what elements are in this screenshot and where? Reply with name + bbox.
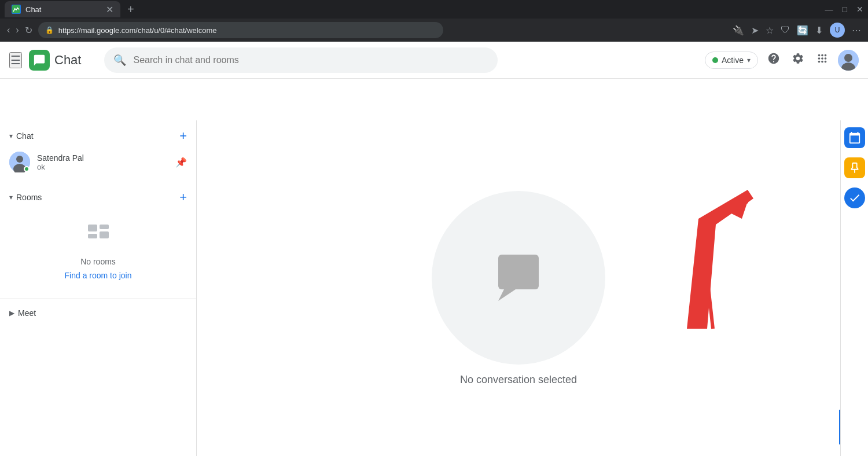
- window-controls: — □ ✕: [825, 5, 863, 14]
- svg-point-2: [844, 54, 852, 62]
- new-room-button[interactable]: +: [179, 191, 187, 204]
- active-status-button[interactable]: Active ▾: [705, 52, 758, 69]
- rooms-section-label: Rooms: [16, 193, 42, 202]
- chat-section: ▾ Chat + Satendra Pa: [0, 120, 196, 182]
- svg-marker-13: [730, 201, 748, 219]
- svg-point-5: [16, 156, 23, 163]
- no-rooms-text: No rooms: [80, 257, 116, 266]
- close-button[interactable]: ✕: [856, 5, 863, 14]
- rooms-section-label-group: ▾ Rooms: [9, 193, 42, 202]
- main-wrapper: ▾ Chat + Satendra Pa: [0, 120, 868, 456]
- refresh-button[interactable]: ↻: [25, 25, 32, 36]
- chat-section-header[interactable]: ▾ Chat +: [0, 125, 196, 147]
- address-bar: ‹ › ↻ 🔒 https://mail.google.com/chat/u/0…: [0, 19, 868, 42]
- lock-icon: 🔒: [45, 26, 54, 34]
- send-icon[interactable]: ➤: [751, 25, 759, 36]
- keep-panel-icon[interactable]: [844, 157, 865, 178]
- app-topbar: ☰ Chat 🔍 Active ▾: [0, 42, 868, 79]
- search-bar[interactable]: 🔍: [104, 47, 498, 73]
- contact-avatar: [9, 152, 30, 172]
- svg-rect-9: [100, 225, 109, 229]
- chat-chevron-icon: ▾: [9, 132, 13, 140]
- minimize-button[interactable]: —: [825, 5, 833, 14]
- browser-toolbar-icons: 🔌 ➤ ☆ 🛡 🔄 ⬇ U ⋯: [733, 23, 861, 38]
- rooms-empty-icon: [86, 222, 111, 252]
- search-icon: 🔍: [113, 54, 126, 67]
- find-room-link[interactable]: Find a room to join: [65, 271, 132, 280]
- rooms-section: ▾ Rooms + No rooms Fi: [0, 182, 196, 299]
- rooms-chevron-icon: ▾: [9, 193, 13, 201]
- meet-section-header[interactable]: ▶ Meet: [0, 304, 196, 322]
- extensions-icon[interactable]: 🔌: [733, 25, 744, 36]
- app-layout: ☰ Chat 🔍 Active ▾: [0, 42, 868, 456]
- chat-section-label: Chat: [16, 131, 34, 141]
- online-status-badge: [24, 166, 30, 172]
- sync-icon[interactable]: 🔄: [797, 25, 808, 36]
- download-icon[interactable]: ⬇: [815, 25, 823, 36]
- tab-title: Chat: [25, 5, 101, 14]
- rooms-section-header[interactable]: ▾ Rooms +: [0, 186, 196, 208]
- menu-icon[interactable]: ⋯: [852, 25, 861, 36]
- help-button[interactable]: [765, 50, 782, 70]
- browser-tab[interactable]: Chat ✕: [5, 1, 120, 17]
- maximize-button[interactable]: □: [843, 5, 847, 14]
- topbar-right-actions: Active ▾: [705, 50, 859, 71]
- active-chevron-icon: ▾: [747, 56, 751, 64]
- svg-marker-14: [687, 190, 753, 329]
- hamburger-menu-button[interactable]: ☰: [9, 52, 22, 68]
- tab-favicon-icon: [12, 5, 21, 14]
- svg-rect-10: [100, 231, 109, 238]
- contact-name: Satendra Pal: [37, 153, 168, 163]
- svg-rect-7: [88, 225, 97, 231]
- user-avatar[interactable]: [838, 50, 859, 71]
- svg-marker-12: [498, 289, 516, 301]
- no-rooms-content: No rooms Find a room to join: [0, 208, 196, 294]
- sidebar: ▾ Chat + Satendra Pa: [0, 120, 197, 456]
- no-conversation-text: No conversation selected: [460, 374, 577, 386]
- new-tab-button[interactable]: +: [127, 3, 134, 16]
- meet-chevron-icon: ▶: [9, 309, 14, 317]
- star-icon[interactable]: ☆: [766, 25, 774, 36]
- arrow-annotation: [609, 167, 771, 343]
- active-status-label: Active: [722, 56, 744, 65]
- settings-button[interactable]: [789, 50, 807, 70]
- meet-section: ▶ Meet: [0, 299, 196, 327]
- tab-close-button[interactable]: ✕: [106, 4, 113, 15]
- forward-button[interactable]: ›: [16, 25, 19, 35]
- chat-app-logo-icon: [29, 50, 50, 71]
- apps-button[interactable]: [814, 50, 831, 70]
- url-text: https://mail.google.com/chat/u/0/#chat/w…: [58, 26, 436, 35]
- right-panel: [840, 120, 868, 456]
- main-content-area: No conversation selected: [197, 120, 840, 456]
- tasks-panel-icon[interactable]: [844, 187, 865, 208]
- back-button[interactable]: ‹: [7, 25, 10, 35]
- meet-section-label: Meet: [18, 308, 36, 318]
- calendar-panel-icon[interactable]: [844, 127, 865, 148]
- chat-list-item[interactable]: Satendra Pal ok 📌: [0, 147, 196, 177]
- browser-profile-avatar[interactable]: U: [830, 23, 845, 38]
- contact-info: Satendra Pal ok: [37, 153, 168, 171]
- new-chat-button[interactable]: +: [179, 130, 187, 142]
- chat-preview: ok: [37, 163, 168, 171]
- shield-icon[interactable]: 🛡: [781, 25, 790, 35]
- svg-rect-8: [88, 234, 97, 238]
- vertical-scroll-indicator: [839, 410, 840, 444]
- empty-state-illustration: [432, 191, 605, 365]
- no-conversation-panel: No conversation selected: [432, 191, 605, 386]
- search-input[interactable]: [133, 55, 488, 65]
- url-bar[interactable]: 🔒 https://mail.google.com/chat/u/0/#chat…: [38, 22, 443, 38]
- svg-rect-11: [498, 255, 539, 289]
- chat-section-label-group: ▾ Chat: [9, 131, 34, 141]
- active-status-dot: [712, 57, 718, 63]
- pin-icon: 📌: [175, 157, 187, 168]
- app-title-label: Chat: [54, 53, 81, 68]
- browser-titlebar: Chat ✕ + — □ ✕: [0, 0, 868, 19]
- app-logo: Chat: [29, 50, 81, 71]
